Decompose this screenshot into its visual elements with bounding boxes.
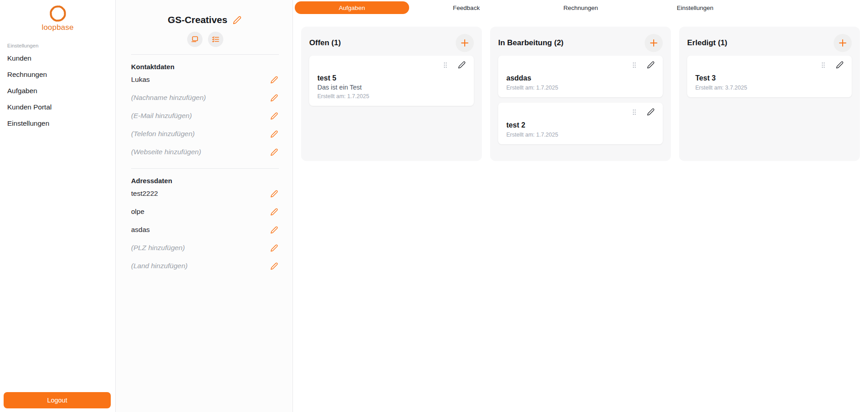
add-task-button[interactable] <box>456 34 474 52</box>
edit-task-button[interactable] <box>647 108 655 116</box>
sidebar-nav: Kunden Rechnungen Aufgaben Kunden Portal… <box>0 50 115 132</box>
drag-handle-icon[interactable] <box>820 62 827 69</box>
logo: loopbase <box>0 0 115 32</box>
pencil-icon <box>270 244 278 252</box>
sidebar-item-aufgaben[interactable]: Aufgaben <box>0 83 115 99</box>
field-value: (Telefon hinzufügen) <box>131 130 195 138</box>
edit-field-button[interactable] <box>269 147 279 157</box>
tab-aufgaben[interactable]: Aufgaben <box>295 1 409 14</box>
field-stadt: olpe <box>131 203 279 221</box>
drag-handle-icon[interactable] <box>442 62 449 69</box>
customer-detail-panel: GS-Creatives Kontaktdaten Lukas (Nachnam… <box>116 0 293 412</box>
field-nachname: (Nachname hinzufügen) <box>131 89 279 107</box>
edit-customer-name-button[interactable] <box>232 15 242 25</box>
sidebar-item-kunden-portal[interactable]: Kunden Portal <box>0 99 115 115</box>
column-title: Offen (1) <box>309 38 341 47</box>
edit-field-button[interactable] <box>269 93 279 103</box>
kanban-column-offen: Offen (1) <box>301 27 482 161</box>
field-zusatz: asdas <box>131 221 279 239</box>
sidebar-item-kunden[interactable]: Kunden <box>0 50 115 66</box>
field-telefon: (Telefon hinzufügen) <box>131 125 279 143</box>
edit-task-button[interactable] <box>836 61 844 69</box>
pencil-icon <box>270 208 278 216</box>
kanban-board: Offen (1) <box>293 15 868 161</box>
task-description: Das ist ein Test <box>317 84 466 91</box>
edit-task-button[interactable] <box>458 61 466 69</box>
address-section-heading: Adressdaten <box>131 177 279 185</box>
task-title: test 2 <box>506 121 655 129</box>
pencil-icon <box>647 61 655 69</box>
sidebar-section-label: Einstellungen <box>7 43 115 48</box>
pencil-icon <box>647 108 655 116</box>
pencil-icon <box>270 112 278 120</box>
plus-icon <box>648 38 659 48</box>
logout-button[interactable]: Logout <box>4 392 111 408</box>
task-created-date: Erstellt am: 3.7.2025 <box>695 85 844 91</box>
edit-field-button[interactable] <box>269 243 279 253</box>
field-value: (Nachname hinzufügen) <box>131 94 206 102</box>
customer-name-title: GS-Creatives <box>168 14 227 25</box>
task-card[interactable]: test 5 Das ist ein Test Erstellt am: 1.7… <box>309 56 474 106</box>
task-card[interactable]: Test 3 Erstellt am: 3.7.2025 <box>687 56 852 97</box>
task-created-date: Erstellt am: 1.7.2025 <box>317 93 466 99</box>
kanban-column-erledigt: Erledigt (1) <box>679 27 860 161</box>
field-value: test2222 <box>131 189 158 198</box>
drag-handle-icon[interactable] <box>631 109 638 116</box>
task-card[interactable]: asddas Erstellt am: 1.7.2025 <box>498 56 663 97</box>
pencil-icon <box>233 16 241 24</box>
tab-feedback[interactable]: Feedback <box>409 0 524 15</box>
field-webseite: (Webseite hinzufügen) <box>131 143 279 161</box>
edit-field-button[interactable] <box>269 75 279 85</box>
edit-field-button[interactable] <box>269 225 279 235</box>
column-title: In Bearbeitung (2) <box>498 38 564 47</box>
edit-field-button[interactable] <box>269 261 279 271</box>
add-task-button[interactable] <box>834 34 852 52</box>
task-created-date: Erstellt am: 1.7.2025 <box>506 85 655 91</box>
pencil-icon <box>270 76 278 84</box>
pencil-icon <box>270 148 278 156</box>
field-value: (Webseite hinzufügen) <box>131 148 201 156</box>
pencil-icon <box>270 130 278 138</box>
pencil-icon <box>270 190 278 198</box>
tab-rechnungen[interactable]: Rechnungen <box>524 0 638 15</box>
customer-portal-button[interactable] <box>187 32 203 47</box>
sidebar-item-rechnungen[interactable]: Rechnungen <box>0 66 115 83</box>
field-vorname: Lukas <box>131 71 279 89</box>
panel-divider <box>131 168 279 169</box>
edit-field-button[interactable] <box>269 129 279 139</box>
field-value: asdas <box>131 226 150 234</box>
laptop-icon <box>191 35 199 43</box>
task-card[interactable]: test 2 Erstellt am: 1.7.2025 <box>498 103 663 144</box>
drag-handle-icon[interactable] <box>631 62 638 69</box>
field-strasse: test2222 <box>131 185 279 203</box>
field-value: olpe <box>131 208 144 216</box>
sidebar: loopbase Einstellungen Kunden Rechnungen… <box>0 0 116 412</box>
swirl-logo-icon <box>47 3 68 24</box>
edit-field-button[interactable] <box>269 111 279 121</box>
contact-section-heading: Kontaktdaten <box>131 63 279 71</box>
edit-field-button[interactable] <box>269 207 279 217</box>
kanban-column-in-bearbeitung: In Bearbeitung (2) <box>490 27 671 161</box>
pencil-icon <box>270 226 278 234</box>
main-content: Aufgaben Feedback Rechnungen Einstellung… <box>293 0 868 412</box>
customer-tasks-button[interactable] <box>208 32 223 47</box>
task-title: asddas <box>506 74 655 82</box>
add-task-button[interactable] <box>645 34 663 52</box>
pencil-icon <box>270 262 278 270</box>
field-value: (PLZ hinzufügen) <box>131 244 185 252</box>
tab-einstellungen[interactable]: Einstellungen <box>638 0 752 15</box>
brand-name: loopbase <box>42 23 74 32</box>
pencil-icon <box>458 61 466 69</box>
field-plz: (PLZ hinzufügen) <box>131 239 279 257</box>
task-created-date: Erstellt am: 1.7.2025 <box>506 132 655 138</box>
field-value: (Land hinzufügen) <box>131 262 188 270</box>
field-value: Lukas <box>131 76 150 84</box>
edit-task-button[interactable] <box>647 61 655 69</box>
edit-field-button[interactable] <box>269 189 279 199</box>
plus-icon <box>459 38 470 48</box>
task-title: Test 3 <box>695 74 844 82</box>
field-land: (Land hinzufügen) <box>131 257 279 275</box>
field-value: (E-Mail hinzufügen) <box>131 112 192 120</box>
sidebar-item-einstellungen[interactable]: Einstellungen <box>0 115 115 132</box>
field-email: (E-Mail hinzufügen) <box>131 107 279 125</box>
